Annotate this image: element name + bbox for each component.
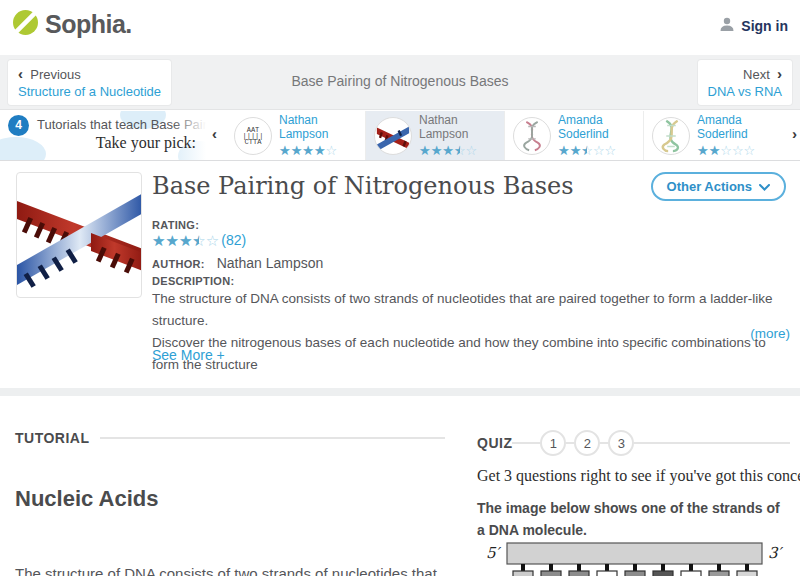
tutorial-cards: AAT ||||| CTTA Nathan Lampson ☆☆☆☆☆★★★★★ bbox=[226, 111, 782, 160]
card-star-rating: ☆☆☆☆☆★★★★★ bbox=[419, 144, 477, 157]
card-star-rating: ☆☆☆☆☆★★★★★ bbox=[697, 144, 755, 157]
base-letters-icon: AAT ||||| CTTA bbox=[234, 117, 272, 155]
base-stems bbox=[513, 564, 757, 576]
next-label: Next bbox=[743, 67, 770, 82]
chevron-right-icon: › bbox=[777, 65, 782, 82]
app-header: Sophia. Sign in bbox=[0, 0, 800, 55]
carousel-prev-arrow[interactable]: ‹ bbox=[212, 125, 217, 142]
five-prime-label: 5′ bbox=[486, 544, 502, 562]
card-author: Nathan Lampson bbox=[419, 113, 477, 141]
quiz-column: QUIZ 1 2 3 Get 3 questions right to see … bbox=[477, 430, 790, 541]
tutorial-card-4[interactable]: Amanda Soderlind ☆☆☆☆☆★★★★★ bbox=[643, 111, 782, 160]
tutorial-count-badge: 4 bbox=[8, 115, 29, 136]
carousel-next-arrow[interactable]: › bbox=[792, 125, 797, 142]
rating-count[interactable]: (82) bbox=[221, 232, 246, 248]
card-author: Amanda Soderlind bbox=[697, 113, 755, 141]
quiz-question-intro: The image below shows one of the strands… bbox=[477, 497, 790, 541]
star-rating: ☆☆☆☆☆★★★★★ bbox=[152, 233, 219, 248]
section-divider bbox=[0, 388, 800, 396]
tutorial-quiz-section: TUTORIAL Nucleic Acids The structure of … bbox=[0, 396, 800, 576]
tutorial-card-2-selected[interactable]: Nathan Lampson ☆☆☆☆☆★★★★★ bbox=[365, 111, 504, 160]
see-more-link[interactable]: See More + bbox=[152, 347, 225, 363]
other-actions-button[interactable]: Other Actions bbox=[651, 172, 786, 201]
brand-name: Sophia. bbox=[45, 10, 132, 39]
rating-row: ☆☆☆☆☆★★★★★ (82) bbox=[152, 232, 246, 248]
page-title: Base Pairing of Nitrogenous Bases bbox=[152, 172, 574, 200]
user-icon bbox=[719, 16, 735, 36]
carousel-tagline: Take your pick: bbox=[96, 134, 196, 152]
card-star-rating: ☆☆☆☆☆★★★★★ bbox=[279, 144, 337, 157]
previous-label: Previous bbox=[30, 67, 81, 82]
sugar-phosphate-backbone bbox=[507, 543, 762, 564]
sign-in-button[interactable]: Sign in bbox=[719, 16, 788, 36]
tutorials-carousel: 4 Tutorials that teach Base Pairing Take… bbox=[0, 111, 800, 161]
three-prime-label: 3′ bbox=[768, 544, 784, 562]
description-label: DESCRIPTION: bbox=[152, 275, 234, 287]
dna-helix-color-icon bbox=[652, 117, 690, 155]
next-lesson-button[interactable]: Next › DNA vs RNA bbox=[698, 60, 792, 105]
tutorial-card-1[interactable]: AAT ||||| CTTA Nathan Lampson ☆☆☆☆☆★★★★★ bbox=[226, 111, 365, 160]
author-label: AUTHOR: bbox=[152, 258, 205, 270]
lesson-navbar: Base Pairing of Nitrogenous Bases ‹ Prev… bbox=[0, 55, 800, 110]
quiz-step-1[interactable]: 1 bbox=[540, 430, 566, 456]
sophia-leaf-icon bbox=[12, 9, 39, 40]
chevron-down-icon bbox=[759, 179, 770, 194]
dna-ribbon-icon bbox=[374, 117, 412, 155]
tutorial-summary: Base Pairing of Nitrogenous Bases Other … bbox=[0, 162, 800, 388]
previous-lesson-link[interactable]: Structure of a Nucleotide bbox=[18, 83, 161, 100]
quiz-section-label: QUIZ bbox=[477, 435, 512, 451]
quiz-progress: QUIZ 1 2 3 bbox=[477, 430, 790, 456]
section-rule bbox=[100, 437, 445, 439]
card-star-rating: ☆☆☆☆☆★★★★★ bbox=[558, 144, 616, 157]
author-row: AUTHOR: Nathan Lampson bbox=[152, 255, 323, 271]
card-author: Nathan Lampson bbox=[279, 113, 337, 141]
quiz-tagline: Get 3 questions right to see if you've g… bbox=[477, 467, 790, 485]
carousel-promo: 4 Tutorials that teach Base Pairing Take… bbox=[0, 111, 206, 160]
quiz-step-3[interactable]: 3 bbox=[608, 430, 634, 456]
card-author: Amanda Soderlind bbox=[558, 113, 616, 141]
chevron-left-icon: ‹ bbox=[18, 65, 23, 82]
tutorial-column: TUTORIAL Nucleic Acids The structure of … bbox=[15, 430, 445, 576]
more-link[interactable]: (more) bbox=[152, 326, 790, 341]
previous-lesson-button[interactable]: ‹ Previous Structure of a Nucleotide bbox=[8, 60, 171, 105]
other-actions-label: Other Actions bbox=[667, 179, 752, 194]
dna-thumbnail bbox=[16, 172, 142, 298]
quiz-step-2[interactable]: 2 bbox=[574, 430, 600, 456]
dna-helix-icon bbox=[513, 117, 551, 155]
author-name: Nathan Lampson bbox=[217, 255, 324, 271]
next-lesson-link[interactable]: DNA vs RNA bbox=[708, 83, 782, 100]
sign-in-label: Sign in bbox=[741, 18, 788, 34]
tutorial-heading: Nucleic Acids bbox=[15, 486, 445, 512]
tutorial-card-3[interactable]: Amanda Soderlind ☆☆☆☆☆★★★★★ bbox=[504, 111, 643, 160]
rating-label: RATING: bbox=[152, 219, 199, 231]
sophia-logo[interactable]: Sophia. bbox=[12, 9, 132, 40]
dna-strand-diagram: 5′ 3′ bbox=[477, 540, 790, 576]
page: Sophia. Sign in Base Pairing of Nitrogen… bbox=[0, 0, 800, 576]
tutorial-paragraph: The structure of DNA consists of two str… bbox=[15, 560, 445, 576]
tutorial-section-label: TUTORIAL bbox=[15, 430, 90, 446]
decor-blob bbox=[0, 137, 46, 160]
